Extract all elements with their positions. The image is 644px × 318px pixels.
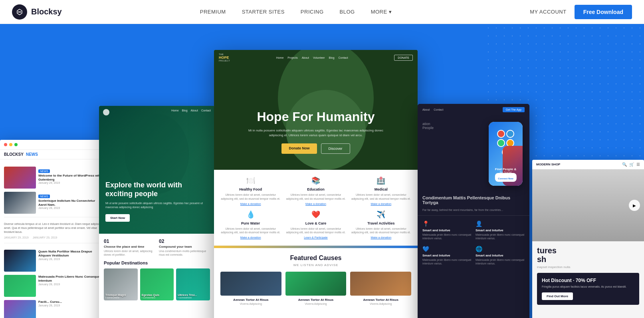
shop-discount-title: Hot Discount · 70% OFF [542,278,634,283]
travel-images: Tristique Magni • somewhere Egestas Quis… [104,268,210,300]
window-dot-red [4,143,7,146]
blog-news-label: NEWS [26,152,38,157]
phone-frame: Find People & Be Social Connect Now [489,122,523,186]
charity-donate-nav-button[interactable]: DONATE [394,55,413,61]
article-info: NEWS Scelerisque Indictum Nu Consectetur… [38,192,104,214]
nav-pricing[interactable]: PRICING [301,9,324,15]
charity-hero-content: Hope For Humanity Mi in nulla posuere so… [214,109,418,154]
charity-preview: THE HOPE PROJECT Home Projects About Vol… [214,50,418,318]
feature-desc: Malesuada proin libero nunc consequat in… [422,233,472,240]
shop-discount-block: Hot Discount · 70% OFF Fringilla purus a… [537,273,639,305]
shop-feature-text: turessh [537,246,639,264]
charity-causes: Aenean Tortor At Risus Viverra Adipiscin… [220,272,411,305]
destination-location: • somewhere [178,296,208,299]
search-icon[interactable]: 🔍 [622,162,627,167]
article-info: Malesuada Proin Libero Nunc Consequat In… [38,275,104,297]
service-link[interactable]: Learn & Participate [285,236,346,239]
travel-step-2: 02 Compound your team Una condimentum mo… [159,238,210,256]
logo-text: Blocksy [31,7,62,16]
article-date: January 28, 2019 [38,207,104,209]
cause-title: Aenean Tortor At Risus [220,298,281,302]
avatar-2 [506,130,514,138]
menu-icon[interactable]: ☰ [636,162,640,167]
feature-title: Smart and Intuitve [476,229,525,232]
service-desc: Ultrices lorem dolor sit amet, consectet… [220,227,281,235]
nav-blog[interactable]: BLOG [340,9,355,15]
nav-premium[interactable]: PREMIUM [200,9,226,15]
nav-starter-sites[interactable]: STARTER SITES [242,9,285,15]
nav-more[interactable]: MORE ▾ [371,9,392,15]
service-link[interactable]: Make a donation [220,203,281,205]
logo[interactable]: Blocksy [12,4,62,20]
article-tag: NEWS [38,169,50,173]
app-preview: About Contact Get The App ationPeople [418,104,529,318]
cause-2: Aenean Tortor At Risus Viverra Adipiscin… [285,272,347,305]
app-org-label: ationPeople [422,122,485,130]
step-title: Choose the place and time [104,245,155,248]
pure-water-icon: 💧 [220,210,281,219]
app-nav-contact: Contact [434,108,443,111]
service-link[interactable]: Make a donation [285,203,346,205]
charity-nav-contact: Contact [339,56,348,59]
app-get-app-button[interactable]: Get The App [503,107,525,112]
education-icon: 📚 [285,176,346,185]
travel-activities-icon: ✈️ [351,210,411,219]
charity-hero-buttons: Donate Now Discover [214,143,418,154]
charity-service-medical: 🏥 Medical Ultrices lorem dolor sit amet,… [351,176,411,205]
feature-desc: Malesuada proin libero nunc consequat in… [422,258,472,265]
shop-discount-desc: Fringilla purus aliquam facilisis lacus … [542,285,634,288]
charity-services: 🍽️ Healthy Food Ultrices lorem dolor sit… [214,170,418,246]
app-feature-3: 💙 Smart and Intuitve Malesuada proin lib… [422,246,472,265]
charity-discover-button[interactable]: Discover [321,143,350,154]
phone-btn-text: Connect Now [498,177,513,180]
phone-connect-button[interactable]: Connect Now [495,173,516,182]
healthy-food-icon: 🍽️ [220,176,281,185]
article-meta: JANUARY 29, 2019 [4,236,29,239]
chevron-down-icon: ▾ [389,9,392,15]
article-title: Quam Nulla Porttitor Massa Drapue Aliqua… [38,250,104,257]
location-icon: 📍 [422,221,472,227]
charity-nav-volunteer: Volunteer [313,56,325,59]
app-feature-row-2: 💙 Smart and Intuitve Malesuada proin lib… [422,246,525,265]
charity-service-healthy-food: 🍽️ Healthy Food Ultrices lorem dolor sit… [220,176,281,205]
charity-nav: THE HOPE PROJECT Home Projects About Vol… [214,50,418,65]
cause-subtitle: Viverra Adipiscing [350,302,411,305]
charity-nav-links: Home Projects About Volunteer Blog Conta… [276,56,348,59]
article-row: NEWS Welcome to the Future of WordPress … [4,167,104,189]
travel-nav-contact: Contact [201,109,211,115]
article-row: Facili... Cursu... January 28, 2019 [4,300,104,318]
service-link[interactable]: Make a donation [220,236,281,239]
destination-name: Egestas Quis [142,294,172,296]
article-title: Scelerisque Indictum Nu Consectetur Aaro… [38,199,104,207]
my-account-link[interactable]: MY ACCOUNT [530,9,566,15]
logo-icon [12,4,27,20]
blog-brand-bar: BLOCKSY NEWS [0,150,108,159]
service-link[interactable]: Make a donation [351,203,411,205]
charity-service-pure-water: 💧 Pure Water Ultrices lorem dolor sit am… [220,210,281,239]
charity-logo-main: HOPE [219,56,230,60]
travel-nav: Home Blog About Contact [99,106,215,119]
charity-nav-projects: Projects [287,56,297,59]
love-care-icon: ❤️ [285,210,346,219]
cart-icon[interactable]: 🛒 [629,162,634,167]
shop-find-out-button[interactable]: Find Out More [542,292,573,300]
shop-logo: MODERN SHOP [536,163,560,166]
shop-nav: MODERN SHOP 🔍 🛒 ☰ [532,160,644,169]
service-link[interactable]: Make a donation [351,236,411,239]
free-download-button[interactable]: Free Download [575,5,632,19]
shop-play-button[interactable]: ▶ [629,200,640,211]
charity-donate-button[interactable]: Donate Now [281,143,317,154]
article-date: January 28, 2019 [38,258,104,260]
cause-1: Aenean Tortor At Risus Viverra Adipiscin… [220,272,281,305]
app-feature-4: 🌐 Smart and Intuitve Malesuada proin lib… [476,246,525,265]
service-desc: Ultrices lorem dolor sit amet, consectet… [220,193,281,201]
step-desc: Una condimentum mollis pellentesque risu… [159,249,210,256]
charity-service-love-care: ❤️ Love & Care Ultrices lorem dolor sit … [285,210,346,239]
feature-title: Smart and Intuitve [422,229,472,232]
app-hero-text: ationPeople [422,122,485,186]
charity-service-education: 📚 Education Ultrices lorem dolor sit ame… [285,176,346,205]
destination-image-2: Egestas Quis • somewhere [140,268,174,300]
travel-cta-button[interactable]: Start Now [105,214,130,222]
window-dot-green [14,143,18,146]
feature-title: Smart and Intuitve [422,254,472,257]
